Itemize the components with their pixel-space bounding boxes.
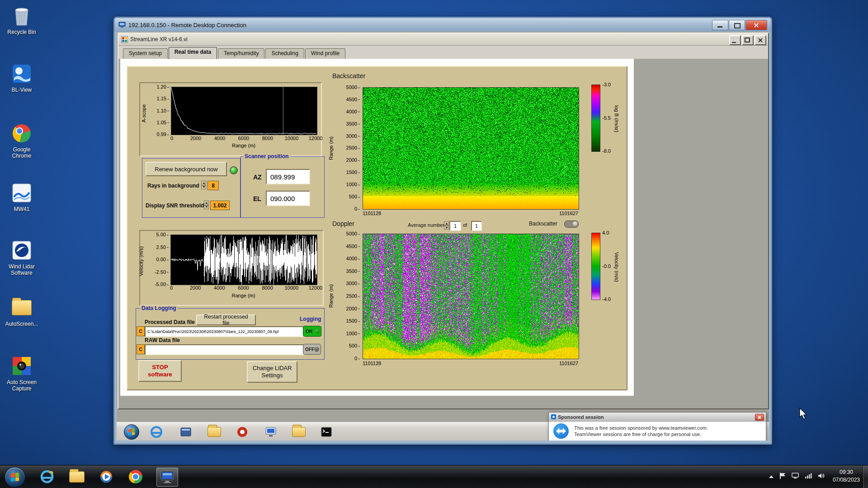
raw-path-field[interactable] [145, 344, 305, 355]
remote-start-button[interactable] [124, 424, 139, 440]
wmp-icon [99, 470, 113, 483]
tray-expand-chevron[interactable] [769, 475, 774, 478]
ascope-plot [171, 87, 317, 135]
rdp-maximize-button[interactable] [729, 20, 745, 30]
taskbar-wmp-button[interactable] [97, 468, 115, 486]
app-close-button[interactable] [755, 35, 766, 45]
average-number-field[interactable]: 1 [449, 221, 461, 231]
desktop-icon-bl-view[interactable]: BL-View [0, 62, 43, 93]
folder-icon [0, 296, 43, 319]
remote-taskbar-folder2-icon[interactable] [292, 425, 306, 439]
tab-temp-humidity[interactable]: Temp/humidity [218, 48, 264, 59]
tab-real-time-data[interactable]: Real time data [169, 47, 217, 59]
tick-label: -8.0 [602, 148, 618, 154]
remote-taskbar-window-icon[interactable] [179, 425, 193, 439]
desktop-icon-autoscreen-folder[interactable]: AutoScreen... [0, 296, 43, 327]
average-number-spinner[interactable] [444, 221, 449, 230]
app-window: StreamLine XR v14-6.vi System setup Real… [118, 33, 769, 409]
processed-path-field[interactable]: C:\Lidar\Data\Proc\2023\202308\20230807\… [145, 326, 305, 337]
volume-icon[interactable] [818, 473, 825, 481]
desktop-icon-recycle-bin[interactable]: Recycle Bin [0, 5, 43, 35]
taskbar-rdp-button-active[interactable] [156, 468, 178, 487]
clock-date: 07/08/2023 [833, 476, 860, 484]
tick-label: -2.50 [155, 269, 169, 275]
stop-line1: STOP [152, 364, 168, 371]
velocity-x-axis: 020004000600080001000012000 [161, 285, 326, 291]
rdp-window-icon [118, 22, 126, 28]
tick-label: 0 [354, 206, 360, 211]
off-label: OFF [305, 347, 314, 352]
backscatter-toggle[interactable] [564, 221, 579, 228]
snr-threshold-label: Display SNR threshold [146, 202, 204, 209]
network-icon[interactable] [805, 473, 812, 481]
remote-taskbar-power-icon[interactable] [236, 425, 249, 439]
teamviewer-popup-title: Sponsored session [558, 414, 604, 420]
desktop-icon-google-chrome[interactable]: Google Chrome [0, 122, 43, 159]
backscatter-y-label: Range (m) [328, 120, 334, 177]
teamviewer-close-button[interactable] [755, 414, 764, 421]
backscatter-x-axis: 1101128 1101627 [363, 211, 578, 216]
average-number-label: Average number [408, 222, 444, 228]
rays-spinner[interactable] [201, 181, 206, 189]
raw-data-file-label: RAW Data file [145, 337, 180, 343]
el-value-field[interactable]: 090.000 [266, 191, 310, 206]
rdp-minimize-button[interactable] [712, 20, 728, 30]
teamviewer-popup-titlebar[interactable]: Sponsored session [549, 413, 766, 422]
on-label: ON [306, 329, 312, 334]
remote-taskbar-ie-icon[interactable] [150, 425, 163, 439]
az-label: AZ [253, 174, 262, 181]
tab-system-setup[interactable]: System setup [123, 48, 168, 59]
clock[interactable]: 09:30 07/08/2023 [833, 469, 860, 484]
remote-taskbar-folder-icon[interactable] [208, 425, 221, 439]
rays-in-background-label: Rays in background [147, 183, 199, 189]
teamviewer-popup-icon [551, 414, 556, 419]
tick-label: 8000 [258, 136, 278, 141]
backscatter-toggle-label: Backscatter [529, 221, 557, 227]
processed-drive-button[interactable]: C [137, 326, 145, 336]
rdp-titlebar[interactable]: 192.168.0.150 - Remote Desktop Connectio… [115, 18, 771, 32]
az-value-field[interactable]: 089.999 [266, 169, 310, 184]
taskbar-ie-button[interactable] [38, 468, 56, 486]
change-lidar-settings-button[interactable]: Change LiDAR Settings [247, 361, 297, 383]
rdp-window: 192.168.0.150 - Remote Desktop Connectio… [113, 17, 772, 445]
remote-taskbar-cmd-icon[interactable] [320, 425, 333, 439]
snr-spinner[interactable] [204, 201, 209, 209]
remote-desktop: StreamLine XR v14-6.vi System setup Real… [117, 32, 769, 441]
processed-logging-toggle-on[interactable]: ON [303, 326, 321, 337]
rdp-close-button[interactable] [745, 20, 767, 30]
desktop-icon-auto-screen-capture[interactable]: Auto Screen Capture [0, 355, 43, 392]
tick-label: 12000 [306, 136, 326, 141]
show-desktop-button[interactable] [863, 465, 868, 488]
snr-value-field[interactable]: 1.002 [210, 201, 230, 210]
stop-software-button[interactable]: STOP software [138, 360, 182, 382]
windows-flag-icon [11, 473, 19, 482]
raw-logging-toggle-off[interactable]: OFF [303, 344, 321, 355]
background-led[interactable] [230, 166, 238, 174]
rays-value-field[interactable]: 8 [208, 181, 219, 190]
remote-taskbar-capture-icon[interactable] [264, 425, 278, 439]
start-button[interactable] [5, 467, 25, 488]
average-total-field[interactable]: 1 [471, 221, 482, 231]
tray-monitor-icon[interactable] [792, 473, 799, 481]
taskbar-explorer-button[interactable] [68, 468, 86, 486]
action-center-flag-icon[interactable] [779, 472, 786, 481]
app-minimize-button[interactable] [729, 35, 741, 45]
tab-wind-profile[interactable]: Wind profile [305, 48, 345, 59]
bl-view-icon [0, 62, 43, 85]
app-titlebar[interactable]: StreamLine XR v14-6.vi [118, 33, 768, 46]
app-maximize-button[interactable] [742, 35, 754, 45]
raw-drive-button[interactable]: C [137, 344, 145, 354]
tick-label: 1.15 [157, 96, 169, 101]
tab-scheduling[interactable]: Scheduling [265, 48, 304, 59]
tick-label: 1.10 [157, 108, 169, 113]
desktop-icon-mw41[interactable]: MW41 [0, 182, 43, 212]
restart-processed-file-button[interactable]: Restart processed file [196, 314, 256, 325]
renew-background-button[interactable]: Renew background now [146, 162, 227, 176]
taskbar-chrome-button[interactable] [127, 468, 145, 486]
change-line1: Change LiDAR [253, 365, 292, 372]
tick-label: 0 [162, 136, 182, 141]
tick-label: 4500 [346, 97, 360, 102]
desktop-icon-wind-lidar[interactable]: Wind Lidar Software [0, 239, 43, 276]
mw41-icon [0, 182, 43, 204]
doppler-colorbar [591, 233, 600, 300]
